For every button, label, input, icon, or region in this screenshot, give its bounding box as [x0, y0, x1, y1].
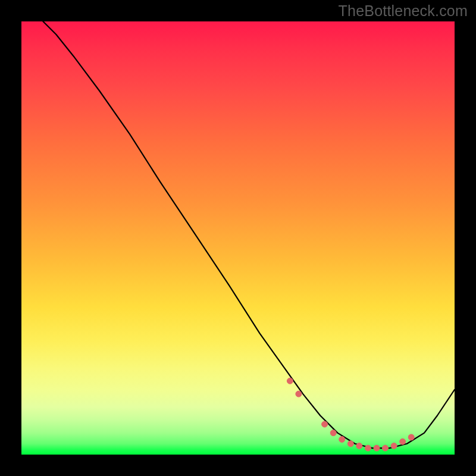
data-marker	[365, 445, 371, 451]
data-marker	[391, 443, 397, 449]
data-marker	[287, 378, 293, 384]
data-marker	[339, 437, 345, 443]
marker-group	[287, 378, 414, 451]
data-marker	[296, 391, 302, 397]
plot-area	[21, 21, 455, 455]
chart-frame: TheBottleneck.com	[0, 0, 476, 476]
curve-layer	[21, 21, 455, 455]
data-marker	[374, 445, 380, 451]
data-marker	[330, 430, 336, 436]
data-marker	[356, 443, 362, 449]
data-marker	[347, 441, 353, 447]
data-marker	[383, 445, 389, 451]
bottleneck-curve	[43, 21, 455, 448]
data-marker	[322, 421, 328, 427]
watermark-text: TheBottleneck.com	[339, 2, 468, 20]
data-marker	[400, 439, 406, 444]
data-marker	[408, 434, 414, 440]
